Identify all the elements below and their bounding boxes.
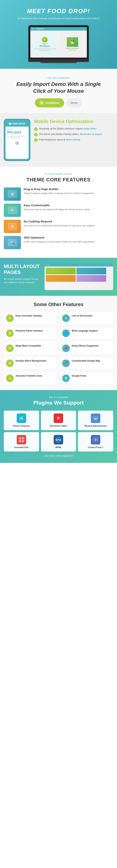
feature-icon-2: ≡ [62, 314, 70, 322]
feature-grid-title-4: Multi Language Support [72, 330, 98, 333]
plugin-name-3: Booked Appointments [85, 425, 107, 427]
check-icon-3: ✓ [34, 138, 38, 142]
screen-recipes: Recipes [40, 44, 50, 48]
hero-section: Meet Food Drop! An Awesome User-Friendly… [0, 0, 117, 69]
phone-frame: F FOOD DROP discover Recipes The complet… [4, 119, 30, 161]
installation-title: Easily Import Demo With a Single Click o… [4, 81, 113, 95]
plugin-icon-rev: R [54, 413, 63, 423]
feature-row-4: 🔍 SEO Optimized HTML code integrated seo… [4, 236, 113, 249]
feature-text-1: Absolutely all the Sliders selections su… [39, 127, 96, 130]
laptop-frame: FOOD DROP F Recipes Recipes The complete… [28, 25, 89, 60]
hero-subtitle: An Awesome User-Friendly Combination of … [4, 17, 113, 20]
screen-logo: FOOD DROP [36, 28, 44, 29]
svg-rect-6 [19, 437, 21, 439]
phone-mockup: F FOOD DROP discover Recipes The complet… [4, 119, 30, 161]
feature-row-3: ⊘ No Codding Requred No need to be a pro… [4, 220, 113, 233]
mobile-features-content: Mobile Device Optimization ✓ Absolutely … [34, 119, 113, 144]
feature-grid-text-3: Powerful Admin Interface [15, 330, 43, 333]
feature-grid-item-7: ⧉ Parallax Effect Backgrounds [4, 357, 57, 369]
feature-grid-title-6: Sticky Menus Supported [72, 344, 98, 347]
plugin-name-1: Visual Composer [13, 425, 30, 427]
feature-text-3: Fully Responsive layout & Retina Ready [39, 138, 80, 142]
svg-rect-9 [22, 440, 24, 442]
feature-grid-text-5: Mega Menu Compatible [15, 344, 41, 347]
hero-title: Meet Food Drop! [4, 8, 113, 14]
feature-grid-item-6: 📌 Sticky Menus Supported [60, 342, 113, 354]
screen-right-panel: 🍜 SIMPLE, CLEAN ANDGOOD FOOD [59, 32, 86, 57]
other-features-section: Some Other Features ↻ Easy Automatic Upd… [0, 296, 117, 390]
svg-text:R: R [57, 417, 60, 420]
feature-icon-1: ↻ [6, 314, 14, 322]
feature-grid-text-7: Parallax Effect Backgrounds [15, 360, 46, 363]
feature-icon-10: A [62, 374, 70, 382]
feature-grid-text-10: Google Fonts [72, 374, 86, 377]
phone-screen: F FOOD DROP discover Recipes The complet… [5, 121, 29, 159]
feature-row-1: ⊞ Drag & Drop Page Builder Visual Compos… [4, 187, 113, 201]
feature-grid-item-4: 🌐 Multi Language Support [60, 327, 113, 339]
feature-text-1: Drag & Drop Page Builder Visual Composer… [24, 187, 113, 201]
features-grid: ↻ Easy Automatic Updates ≡ Lots of Short… [4, 312, 113, 384]
install-button[interactable]: ⚙ Installation [35, 98, 64, 107]
feature-icon-7: ⧉ [6, 360, 14, 367]
feature-text-2: Easy Customizable Awesome easy-to-use op… [24, 204, 113, 217]
multi-layout-section: Multi Layout Pages We create Several Uni… [0, 258, 117, 296]
core-features-section: for easy website creation Theme Core Fea… [0, 167, 117, 258]
feature-icon-3: ⚙ [6, 330, 14, 337]
feature-grid-text-8: Customizable Google Map [72, 360, 100, 363]
svg-text:📅: 📅 [94, 417, 97, 420]
plugin-icon-wpml: WPML [54, 435, 63, 444]
phone-content: discover Recipes The complete peal put g… [5, 127, 29, 140]
feature-grid-title-3: Powerful Admin Interface [15, 330, 43, 333]
feature-icon-9: ✦ [6, 374, 14, 382]
laptop-screen: FOOD DROP F Recipes Recipes The complete… [30, 27, 87, 58]
plugin-name-5: WPML [55, 446, 62, 448]
plugins-section: free & compatible Plugins We Support VC … [0, 390, 117, 463]
phone-logo: FOOD DROP [12, 122, 26, 125]
preview-dot [46, 265, 46, 266]
feature-desc-2: Awesome easy-to-use options will adjust … [24, 208, 113, 211]
feature-icon-8: 📍 [62, 360, 70, 367]
demo-button[interactable]: Demo [66, 98, 82, 107]
plugins-grid: VC Visual Composer R Revolution Slider 📅… [4, 411, 113, 452]
preview-card-4 [76, 275, 106, 282]
feature-desc-4: HTML code integrated seo the theme meets… [24, 240, 113, 244]
check-icon-2: ✓ [34, 133, 38, 136]
plugin-name-4: Essential Grid [14, 446, 29, 448]
feature-icon-6: 📌 [62, 344, 70, 352]
feature-grid-title-8: Customizable Google Map [72, 360, 100, 363]
feature-grid-title-5: Mega Menu Compatible [15, 344, 41, 347]
feature-grid-item-10: A Google Fonts [60, 372, 113, 384]
food-icon: F [42, 37, 48, 42]
feature-title-4: SEO Optimized [24, 236, 113, 239]
feature-row-2: ✏ Easy Customizable Awesome easy-to-use … [4, 204, 113, 217]
feature-text-4: SEO Optimized HTML code integrated seo t… [24, 236, 113, 249]
plugins-footer: and many more supported [4, 454, 113, 457]
nav-dot [32, 28, 33, 29]
feature-image-4: 🔍 [4, 236, 21, 249]
preview-content [45, 267, 113, 283]
phone-recipes: Recipes [7, 130, 27, 134]
feature-grid-text-2: Lots of Shortcodes [72, 314, 92, 317]
feature-check-item: ✓ Absolutely all the Sliders selections … [34, 127, 113, 131]
food-image: 🍜 [67, 37, 78, 47]
feature-icon-4: 🌐 [62, 330, 70, 337]
phone-discover: discover [7, 128, 27, 130]
multi-layout-title: Multi Layout Pages [4, 264, 42, 275]
screen-left-panel: F Recipes Recipes The complete peal put … [32, 32, 58, 57]
preview-card-2 [76, 268, 106, 274]
plugin-item-5: WPML WPML [41, 432, 76, 452]
feature-grid-text-1: Easy Automatic Updates [15, 314, 42, 317]
feature-grid-item-3: ⚙ Powerful Admin Interface [4, 327, 57, 339]
feature-image-1: ⊞ [4, 187, 21, 201]
plugin-icon-cf: 7 [91, 435, 100, 444]
mobile-features-list: ✓ Absolutely all the Sliders selections … [34, 127, 113, 142]
feature-grid-item-8: 📍 Customizable Google Map [60, 357, 113, 369]
phone-body: The complete peal put get & help you fin… [7, 135, 27, 138]
multi-layout-text: Multi Layout Pages We create Several Uni… [4, 264, 42, 284]
svg-rect-7 [22, 437, 24, 439]
phone-header: F FOOD DROP [5, 121, 29, 127]
plugin-icon-es [17, 435, 26, 444]
plugin-name-6: Contact Form 7 [88, 446, 103, 448]
plugin-icon-vc: VC [17, 413, 26, 423]
plugin-name-2: Revolution Slider [50, 425, 67, 427]
